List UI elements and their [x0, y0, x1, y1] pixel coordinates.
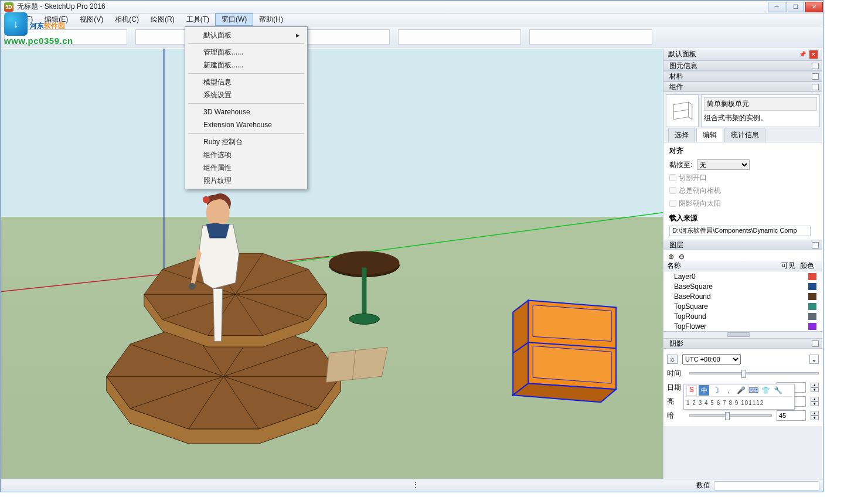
viewport[interactable]: [1, 49, 663, 491]
timezone-select[interactable]: UTC +08:00: [682, 354, 741, 365]
tray-section-materials[interactable]: 材料: [663, 71, 822, 81]
tray-section-entity-info[interactable]: 图元信息: [663, 60, 822, 71]
dark-spinner[interactable]: ▴▾: [811, 411, 819, 420]
maximize-button[interactable]: ☐: [787, 2, 804, 12]
menu-default-tray[interactable]: 默认面板: [187, 29, 305, 42]
time-slider[interactable]: [689, 372, 819, 374]
menu-view[interactable]: 视图(V): [74, 13, 109, 26]
layer-color-swatch[interactable]: [808, 313, 816, 320]
minimize-button[interactable]: ─: [768, 2, 785, 12]
measurement-label: 数值: [696, 481, 714, 491]
tab-select[interactable]: 选择: [668, 128, 695, 142]
ime-moon-icon[interactable]: ☽: [711, 385, 722, 396]
layer-color-swatch[interactable]: [808, 323, 816, 330]
menu-tools[interactable]: 工具(T): [181, 13, 215, 26]
light-spinner[interactable]: ▴▾: [811, 397, 819, 406]
ime-comma-icon[interactable]: ，: [723, 385, 734, 396]
window-menu-dropdown: 默认面板 管理面板...... 新建面板...... 模型信息 系统设置 3D …: [185, 26, 308, 189]
ime-skin-icon[interactable]: 👕: [760, 385, 771, 396]
shadow-toggle-icon[interactable]: ☼: [667, 355, 678, 364]
tray-section-components[interactable]: 组件: [663, 81, 822, 92]
collapse-icon[interactable]: [812, 340, 819, 347]
menu-edit[interactable]: 编辑(E): [39, 13, 74, 26]
menu-component-attributes[interactable]: 组件属性: [187, 161, 305, 174]
collapse-icon[interactable]: [812, 73, 819, 80]
menu-manage-trays[interactable]: 管理面板......: [187, 46, 305, 59]
tab-edit[interactable]: 编辑: [696, 128, 723, 142]
toolbar-slot-1[interactable]: [4, 29, 127, 45]
ime-tools-icon[interactable]: 🔧: [772, 385, 783, 396]
ime-toolbar[interactable]: S 中 ☽ ， 🎤 ⌨ 👕 🔧 1 2 3 4 5 6 7 8 9 101112: [683, 384, 795, 410]
align-header: 对齐: [669, 146, 816, 156]
collapse-icon[interactable]: [812, 242, 819, 248]
svg-rect-34: [362, 268, 366, 315]
titlebar: 3D 无标题 - SketchUp Pro 2016 ─ ☐ ✕: [1, 1, 823, 13]
menu-draw[interactable]: 绘图(R): [145, 13, 181, 26]
menu-file[interactable]: 文件(F): [4, 13, 39, 26]
menu-help[interactable]: 帮助(H): [253, 13, 289, 26]
measurement-input[interactable]: [714, 481, 819, 491]
menu-window[interactable]: 窗口(W): [215, 13, 253, 26]
layers-header: 名称 可见 颜色: [663, 261, 822, 271]
component-thumbnail[interactable]: [666, 94, 699, 127]
col-name[interactable]: 名称: [667, 261, 781, 271]
svg-line-44: [673, 110, 688, 112]
layer-row[interactable]: BaseRound: [663, 291, 822, 301]
statusbar-grip[interactable]: ⋮: [412, 481, 417, 491]
layer-row[interactable]: BaseSquare: [663, 281, 822, 291]
layer-row[interactable]: TopFlower: [663, 321, 822, 331]
tray-title[interactable]: 默认面板 📌 ✕: [663, 49, 822, 60]
menu-3d-warehouse[interactable]: 3D Warehouse: [187, 105, 305, 118]
tray-section-layers[interactable]: 图层: [663, 240, 822, 250]
toolbar-slot-4[interactable]: [398, 29, 521, 45]
layer-color-swatch[interactable]: [808, 293, 816, 300]
toolbar: [1, 26, 823, 47]
menu-ruby-console[interactable]: Ruby 控制台: [187, 135, 305, 148]
layers-list: Layer0BaseSquareBaseRoundTopSquareTopRou…: [663, 271, 822, 331]
menu-camera[interactable]: 相机(C): [109, 13, 145, 26]
menu-new-tray[interactable]: 新建面板......: [187, 59, 305, 71]
ime-mic-icon[interactable]: 🎤: [736, 385, 746, 396]
pin-icon[interactable]: 📌: [799, 51, 806, 57]
window-controls: ─ ☐ ✕: [768, 2, 823, 12]
shadow-settings-button[interactable]: ⌄: [809, 355, 819, 364]
svg-point-29: [206, 199, 230, 227]
dark-slider[interactable]: [689, 414, 772, 417]
menu-model-info[interactable]: 模型信息: [187, 76, 305, 88]
menu-photo-textures[interactable]: 照片纹理: [187, 174, 305, 187]
svg-point-35: [349, 314, 379, 324]
svg-point-31: [189, 282, 196, 290]
ime-keyboard-icon[interactable]: ⌨: [748, 385, 758, 396]
svg-marker-45: [689, 102, 692, 119]
ime-mode-cn[interactable]: 中: [699, 385, 709, 396]
ime-logo-icon[interactable]: S: [686, 385, 697, 396]
layer-row[interactable]: TopRound: [663, 311, 822, 321]
menu-separator: [188, 43, 304, 44]
layer-row[interactable]: Layer0: [663, 271, 822, 281]
menu-separator: [188, 133, 304, 134]
tab-statistics[interactable]: 统计信息: [724, 128, 765, 142]
component-path[interactable]: D:\河东软件园\Components\Dynamic Comp: [669, 226, 811, 236]
menu-extension-warehouse[interactable]: Extension Warehouse: [187, 118, 305, 131]
default-tray: 默认面板 📌 ✕ 图元信息 材料 组件 简单搁板单元 组合式书架的实例。 选择 …: [663, 49, 822, 491]
col-visible[interactable]: 可见: [781, 261, 800, 271]
menu-component-options[interactable]: 组件选项: [187, 148, 305, 161]
tray-section-shadows[interactable]: 阴影: [663, 338, 822, 349]
date-spinner[interactable]: ▴▾: [811, 383, 819, 392]
tray-close-button[interactable]: ✕: [809, 50, 818, 59]
layers-scrollbar[interactable]: [663, 331, 822, 338]
close-button[interactable]: ✕: [805, 2, 823, 12]
glue-select[interactable]: 无: [697, 159, 750, 170]
collapse-icon[interactable]: [812, 63, 819, 69]
layer-name: TopSquare: [667, 302, 789, 311]
collapse-icon[interactable]: [812, 84, 819, 90]
layer-color-swatch[interactable]: [808, 303, 816, 310]
component-name: 简单搁板单元: [704, 97, 817, 111]
dark-input[interactable]: [777, 410, 806, 421]
col-color[interactable]: 颜色: [800, 261, 819, 271]
menu-preferences[interactable]: 系统设置: [187, 88, 305, 101]
layer-color-swatch[interactable]: [808, 283, 816, 290]
layer-row[interactable]: TopSquare: [663, 301, 822, 311]
toolbar-slot-5[interactable]: [529, 29, 652, 45]
layer-color-swatch[interactable]: [808, 273, 816, 280]
